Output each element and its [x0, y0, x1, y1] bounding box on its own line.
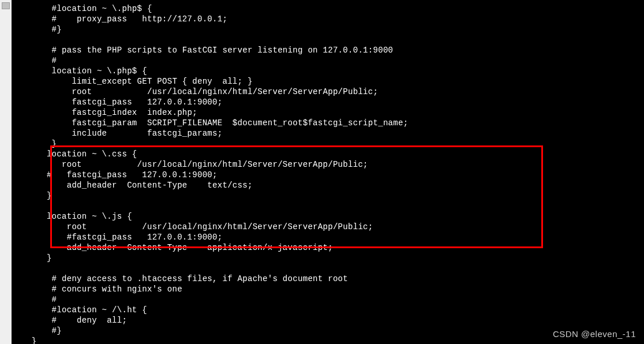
scrollbar-thumb[interactable] — [2, 2, 10, 9]
config-code-top: #location ~ \.php$ { # proxy_pass http:/… — [12, 3, 644, 149]
config-code-bottom: # deny access to .htaccess files, if Apa… — [12, 263, 644, 344]
watermark-text: CSDN @eleven_-11 — [553, 329, 636, 339]
terminal-area: #location ~ \.php$ { # proxy_pass http:/… — [12, 0, 644, 344]
scrollbar-track[interactable] — [0, 0, 12, 344]
config-code-highlighted: location ~ \.css { root /usr/local/nginx… — [12, 149, 644, 263]
